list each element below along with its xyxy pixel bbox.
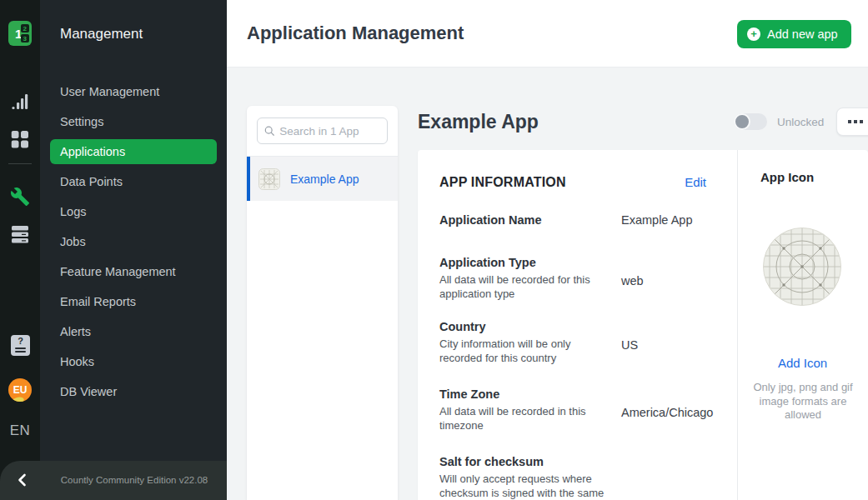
app-detail-card: APP INFORMATION Edit Application Name Ex… — [418, 150, 868, 500]
add-new-app-label: Add new app — [767, 28, 838, 41]
content-area: Example App Example App Unlocked APP INF… — [227, 68, 868, 500]
add-icon-link[interactable]: Add Icon — [737, 356, 868, 370]
countly-logo-icon[interactable]: 1 2 3 — [8, 21, 32, 46]
app-list-item-example-app[interactable]: Example App — [247, 157, 398, 201]
field-salt-for-checksum: Salt for checksum Will only accept reque… — [439, 454, 706, 500]
svg-text:2: 2 — [23, 25, 28, 32]
field-value: America/Chicago — [621, 387, 713, 432]
field-description: Will only accept requests where checksum… — [439, 472, 606, 500]
sidebar-item-user-management[interactable]: User Management — [50, 79, 217, 104]
field-label: Salt for checksum — [439, 454, 606, 470]
field-description: All data will be recorded for this appli… — [439, 273, 606, 301]
language-selector[interactable]: EN — [0, 422, 40, 439]
app-search-box[interactable] — [257, 118, 388, 144]
app-list-item-label: Example App — [290, 172, 359, 186]
app-list-panel: Example App — [247, 106, 398, 500]
field-label: Application Name — [439, 212, 606, 228]
icon-sidebar: 1 2 3 — [0, 0, 40, 500]
help-guide-icon[interactable]: ? — [11, 335, 30, 356]
management-sidebar: Management User Management Settings Appl… — [40, 0, 227, 500]
toggle-knob — [734, 113, 750, 130]
app-information-section: APP INFORMATION Edit Application Name Ex… — [418, 150, 737, 500]
field-value: US — [621, 319, 638, 365]
avatar-initials: EU — [13, 384, 28, 396]
sidebar-title: Management — [60, 26, 143, 42]
sidebar-item-alerts[interactable]: Alerts — [50, 319, 217, 344]
sidebar-item-hooks[interactable]: Hooks — [50, 349, 217, 374]
sidebar-item-jobs[interactable]: Jobs — [50, 229, 217, 254]
field-label: Time Zone — [439, 387, 606, 402]
svg-text:3: 3 — [23, 35, 28, 42]
user-avatar[interactable]: EU — [8, 378, 32, 402]
icon-format-note: Only jpg, png and gif image formats are … — [749, 381, 857, 422]
sidebar-item-feature-management[interactable]: Feature Management — [50, 259, 217, 284]
sidebar-item-db-viewer[interactable]: DB Viewer — [50, 379, 217, 404]
add-new-app-button[interactable]: + Add new app — [737, 20, 851, 48]
sidebar-item-logs[interactable]: Logs — [50, 199, 217, 224]
field-label: Country — [439, 319, 606, 335]
lock-state-label: Unlocked — [777, 116, 824, 128]
app-search-input[interactable] — [279, 125, 380, 138]
sidebar-item-settings[interactable]: Settings — [50, 109, 217, 134]
field-country: Country City information will be only re… — [439, 319, 706, 365]
page-title: Application Management — [247, 22, 464, 44]
section-title: APP INFORMATION — [439, 175, 566, 190]
sidebar-divider — [8, 163, 32, 164]
search-icon — [264, 125, 274, 137]
field-label: Application Type — [439, 255, 606, 271]
app-icon-title: App Icon — [760, 170, 814, 184]
field-description: All data will be recorded in this timezo… — [439, 405, 606, 432]
field-application-name: Application Name Example App — [439, 212, 706, 228]
version-label: Countly Community Edition v22.08 — [47, 461, 222, 500]
app-detail-title: Example App — [418, 111, 539, 133]
application-management-screen: 1 2 3 — [0, 0, 868, 500]
plus-icon: + — [747, 28, 760, 41]
collapse-sidebar-icon[interactable] — [14, 472, 31, 488]
page-header: Application Management + Add new app — [227, 0, 868, 68]
more-options-button[interactable] — [836, 108, 868, 136]
edit-link[interactable]: Edit — [685, 175, 706, 189]
selected-indicator — [247, 157, 250, 201]
sidebar-footer: Countly Community Edition v22.08 — [0, 461, 227, 500]
server-stack-icon[interactable] — [12, 226, 28, 243]
field-time-zone: Time Zone All data will be recorded in t… — [439, 387, 706, 432]
sidebar-item-applications[interactable]: Applications — [50, 139, 217, 164]
app-icon-placeholder — [763, 228, 841, 306]
field-application-type: Application Type All data will be record… — [439, 255, 706, 301]
field-description: City information will be only recorded f… — [439, 338, 606, 365]
sidebar-item-email-reports[interactable]: Email Reports — [50, 289, 217, 314]
analytics-bars-icon[interactable] — [12, 94, 28, 110]
field-value: Example App — [621, 212, 692, 228]
app-placeholder-icon — [258, 168, 280, 190]
management-wrench-icon[interactable] — [10, 187, 30, 207]
lock-toggle[interactable] — [734, 113, 767, 130]
field-value: web — [621, 255, 644, 301]
app-icon-panel: App Icon — [737, 150, 868, 500]
sidebar-item-data-points[interactable]: Data Points — [50, 169, 217, 194]
dashboard-grid-icon[interactable] — [12, 131, 29, 148]
